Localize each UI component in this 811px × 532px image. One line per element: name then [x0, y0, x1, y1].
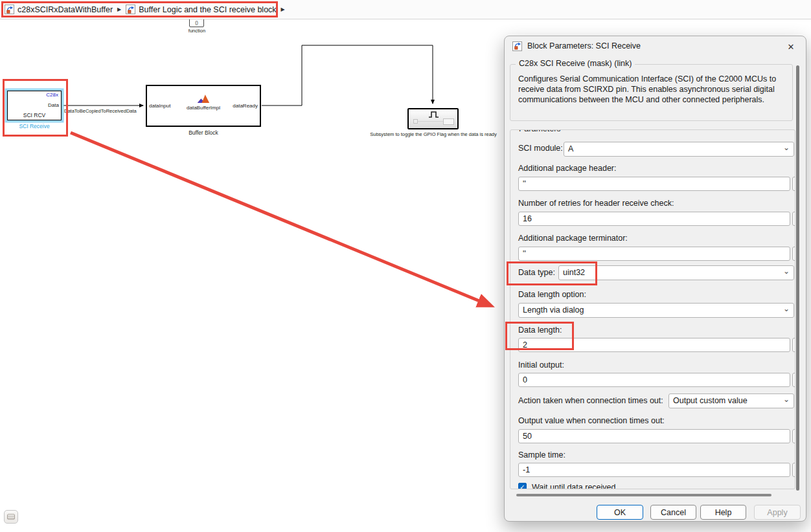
vertical-scrollbar[interactable]	[796, 65, 799, 491]
pkg-header-input[interactable]: ''	[518, 177, 790, 191]
dialog-titlebar[interactable]: Block Parameters: SCI Receive ✕	[505, 36, 806, 56]
dialog-title: Block Parameters: SCI Receive	[527, 41, 641, 50]
sci-module-label: SCI module:	[518, 144, 563, 153]
sample-time-input[interactable]: -1	[518, 463, 790, 477]
sci-module-select[interactable]: A ⌄	[564, 142, 794, 157]
pkg-terminator-kebab-button[interactable]: ⋮	[792, 247, 795, 261]
close-icon[interactable]: ✕	[784, 40, 797, 53]
subsystem-box-decor	[443, 118, 454, 125]
parameters-group-title: Parameters	[516, 129, 564, 133]
mask-description-group: C28x SCI Receive (mask) (link) Configure…	[510, 64, 793, 121]
function-glyph: ()	[195, 20, 198, 25]
data-type-select[interactable]: uint32 ⌄	[558, 265, 794, 280]
sci-data-port-label: Data	[48, 102, 59, 108]
cancel-button[interactable]: Cancel	[650, 505, 696, 520]
pkg-terminator-label: Additional package terminator:	[518, 234, 628, 243]
chevron-down-icon: ⌄	[783, 304, 790, 313]
function-block-name: function	[183, 28, 211, 34]
data-length-option-select[interactable]: Length via dialog ⌄	[518, 303, 794, 318]
initial-output-input[interactable]: 0	[518, 373, 790, 387]
chevron-down-icon: ⌄	[783, 143, 790, 152]
breadcrumb-arrow-icon[interactable]: ▶	[117, 6, 121, 12]
pkg-header-label: Additional package header:	[518, 164, 617, 173]
breadcrumb-item-root[interactable]: c28xSCIRxDataWithBuffer	[5, 5, 113, 14]
wait-until-received-label: Wait until data received	[532, 483, 615, 489]
data-length-input[interactable]: 2	[518, 338, 790, 352]
wait-until-received-checkbox[interactable]: ✓	[518, 483, 527, 489]
simulink-model-icon	[5, 5, 14, 14]
pulse-icon	[428, 111, 440, 118]
retries-label: Number of retries for header receive che…	[518, 199, 674, 208]
buffer-block[interactable]: dataInput dataReady dataBufferImpl	[146, 85, 261, 127]
sci-block-name: SCI Receive	[7, 123, 62, 129]
initial-output-kebab-button[interactable]: ⋮	[792, 373, 795, 387]
help-button[interactable]: Help	[700, 505, 746, 520]
mask-group-title: C28x SCI Receive (mask) (link)	[516, 59, 635, 68]
retries-input[interactable]: 16	[518, 212, 790, 226]
initial-output-label: Initial output:	[518, 360, 564, 370]
chevron-down-icon: ⌄	[783, 395, 790, 404]
subsystem-name: Subsystem to toggle the GPIO Flag when t…	[365, 131, 501, 137]
breadcrumb-arrow-icon[interactable]: ▶	[281, 6, 285, 12]
pkg-header-kebab-button[interactable]: ⋮	[792, 177, 795, 191]
pkg-terminator-input[interactable]: ''	[518, 247, 790, 261]
ok-button[interactable]: OK	[597, 505, 643, 520]
data-length-label: Data length:	[518, 326, 562, 335]
breadcrumb: c28xSCIRxDataWithBuffer ▶ Buffer Logic a…	[0, 0, 811, 19]
horizontal-scrollbar[interactable]	[516, 494, 771, 496]
retries-kebab-button[interactable]: ⋮	[792, 212, 795, 226]
block-parameters-dialog: Block Parameters: SCI Receive ✕ C28x SCI…	[504, 36, 806, 522]
sample-time-label: Sample time:	[518, 450, 565, 460]
gpio-toggle-subsystem-block[interactable]	[407, 108, 459, 129]
subsystem-thumb-decor	[413, 119, 418, 124]
matlab-logo-icon	[196, 94, 211, 104]
sci-body-label: SCI RCV	[8, 112, 61, 118]
breadcrumb-item-label: Buffer Logic and the SCI receive block	[139, 5, 276, 14]
timeout-output-kebab-button[interactable]: ⋮	[792, 429, 795, 443]
data-length-kebab-button[interactable]: ⋮	[792, 338, 795, 352]
timeout-output-input[interactable]: 50	[518, 429, 790, 443]
simulink-window: c28xSCIRxDataWithBuffer ▶ Buffer Logic a…	[0, 0, 811, 532]
parameters-group: Parameters SCI module: A ⌄ Additional pa…	[510, 129, 795, 489]
timeout-output-label: Output value when connection times out:	[518, 416, 665, 425]
sci-receive-block[interactable]: C28x Data SCI RCV	[7, 91, 62, 120]
signal-name-label[interactable]: DataToBeCopiedToReceivedData	[64, 108, 137, 114]
buffer-block-name: Buffer Block	[146, 129, 261, 136]
simulink-subsystem-icon	[126, 5, 135, 14]
data-length-option-label: Data length option:	[518, 290, 586, 299]
data-type-label: Data type:	[518, 268, 555, 277]
timeout-action-select[interactable]: Output custom value ⌄	[668, 393, 794, 408]
hide-explorer-bar-button[interactable]	[4, 510, 18, 524]
sample-time-kebab-button[interactable]: ⋮	[792, 463, 795, 477]
chevron-down-icon: ⌄	[783, 267, 790, 276]
mask-description: Configures Serial Communication Interfac…	[518, 74, 793, 105]
breadcrumb-item-subsystem[interactable]: Buffer Logic and the SCI receive block	[126, 5, 276, 14]
simulink-model-icon	[512, 41, 522, 51]
buffer-impl-label: dataBufferImpl	[187, 105, 220, 111]
sci-chip-label: C28x	[46, 92, 58, 98]
apply-button[interactable]: Apply	[754, 505, 801, 520]
list-lines-icon	[7, 514, 15, 520]
timeout-action-label: Action taken when connection times out:	[518, 396, 663, 405]
breadcrumb-item-label: c28xSCIRxDataWithBuffer	[17, 5, 113, 14]
